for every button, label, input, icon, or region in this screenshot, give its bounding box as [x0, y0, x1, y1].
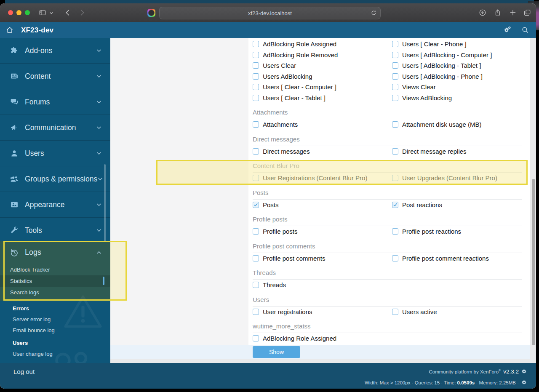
sidebar-toggle-icon[interactable]	[39, 9, 46, 16]
stat-option-user-registrations-content-blur-pro[interactable]: User Registrations (Content Blur Pro)	[253, 174, 392, 181]
sidebar-item-users[interactable]: Users	[0, 141, 110, 166]
minimize-window-button[interactable]	[16, 10, 21, 15]
gear-icon[interactable]	[521, 380, 527, 385]
section-heading: wutime_more_statss	[253, 323, 522, 333]
gear-icon[interactable]	[521, 369, 527, 374]
downloads-icon[interactable]	[479, 9, 486, 16]
sidebar-item-label: Appearance	[25, 200, 96, 209]
settings-gears-icon[interactable]	[504, 26, 511, 34]
checkbox[interactable]	[253, 202, 259, 208]
checkbox[interactable]	[253, 73, 259, 80]
logout-link[interactable]: Log out	[13, 368, 35, 375]
page-scrollbar[interactable]	[532, 179, 535, 345]
stat-option-views-adblocking[interactable]: Views AdBlocking	[392, 94, 522, 101]
stat-option-profile-post-reactions[interactable]: Profile post reactions	[392, 228, 522, 235]
checkbox[interactable]	[253, 228, 259, 235]
stat-option-user-upgrades-content-blur-pro[interactable]: User Upgrades (Content Blur Pro)	[392, 174, 522, 181]
stat-option-direct-messages[interactable]: Direct messages	[253, 148, 392, 155]
checkbox[interactable]	[253, 52, 259, 58]
checkbox[interactable]	[392, 95, 398, 101]
checkbox[interactable]	[253, 309, 259, 315]
sidebar-subitem-adblock-tracker[interactable]: AdBlock Tracker	[0, 264, 110, 275]
checkbox[interactable]	[253, 175, 259, 181]
search-icon[interactable]	[521, 26, 529, 34]
checkbox[interactable]	[392, 62, 398, 69]
stat-option-user-registrations[interactable]: User registrations	[253, 308, 392, 315]
close-window-button[interactable]	[8, 10, 13, 15]
checkbox[interactable]	[392, 255, 398, 261]
stat-option-posts[interactable]: Posts	[253, 201, 392, 208]
stat-option-users-adblocking-computer[interactable]: Users [ AdBlocking - Computer ]	[392, 51, 522, 59]
zoom-window-button[interactable]	[25, 10, 30, 15]
sidebar-link-server-error-log[interactable]: Server error log	[13, 316, 106, 323]
checkbox[interactable]	[253, 255, 259, 261]
stat-option-label: Posts	[263, 201, 279, 208]
stat-option-profile-posts[interactable]: Profile posts	[253, 228, 392, 235]
stat-option-threads[interactable]: Threads	[253, 281, 392, 288]
stat-option-users-adblocking[interactable]: Users AdBlocking	[253, 73, 392, 80]
home-icon[interactable]	[6, 26, 13, 34]
stat-option-label: User Upgrades (Content Blur Pro)	[402, 174, 497, 181]
checkbox[interactable]	[392, 121, 398, 128]
checkbox[interactable]	[253, 95, 259, 101]
checkbox[interactable]	[253, 282, 259, 288]
show-button[interactable]: Show	[253, 346, 300, 358]
stat-option-label: Views AdBlocking	[402, 94, 452, 101]
checkbox[interactable]	[392, 52, 398, 58]
tab-overview-icon[interactable]	[523, 9, 531, 16]
sidebar-section-logs: Logs AdBlock TrackerStatisticsSearch log…	[0, 241, 110, 301]
chevron-down-icon[interactable]	[49, 11, 53, 15]
checkbox[interactable]	[392, 202, 398, 208]
back-icon[interactable]	[64, 9, 72, 16]
stat-option-post-reactions[interactable]: Post reactions	[392, 201, 522, 208]
stat-option-direct-message-replies[interactable]: Direct message replies	[392, 148, 522, 155]
sidebar-subitem-search-logs[interactable]: Search logs	[0, 287, 110, 298]
forward-icon[interactable]	[78, 9, 86, 16]
stat-option-users-clear-tablet[interactable]: Users [ Clear - Tablet ]	[253, 94, 392, 101]
checkbox[interactable]	[253, 335, 259, 341]
sidebar-item-content[interactable]: Content	[0, 64, 110, 89]
checkbox[interactable]	[392, 41, 398, 47]
sidebar-item-groups-permissions[interactable]: Groups & permissions	[0, 166, 110, 192]
share-icon[interactable]	[494, 9, 502, 16]
stat-option-users-clear-phone[interactable]: Users [ Clear - Phone ]	[392, 40, 522, 48]
sidebar-subitem-statistics[interactable]: Statistics	[0, 275, 110, 287]
checkbox[interactable]	[253, 62, 259, 69]
stat-option-adblocking-role-assigned[interactable]: AdBlocking Role Assigned	[253, 335, 392, 342]
sidebar-link-user-change-log[interactable]: User change log	[13, 351, 106, 357]
stat-option-users-active[interactable]: Users active	[392, 308, 522, 315]
stat-option-adblocking-role-assigned[interactable]: AdBlocking Role Assigned	[253, 40, 392, 48]
sidebar-link-email-bounce-log[interactable]: Email bounce log	[13, 327, 106, 334]
checkbox[interactable]	[392, 175, 398, 181]
stat-option-users-adblocking-phone[interactable]: Users [ AdBlocking - Phone ]	[392, 73, 522, 80]
stat-option-views-clear[interactable]: Views Clear	[392, 83, 522, 91]
stat-option-profile-post-comment-reactions[interactable]: Profile post comment reactions	[392, 255, 522, 262]
stat-option-adblocking-role-removed[interactable]: AdBlocking Role Removed	[253, 51, 392, 59]
sidebar-item-logs[interactable]: Logs	[0, 241, 110, 264]
stat-option-users-clear-computer[interactable]: Users [ Clear - Computer ]	[253, 83, 392, 91]
stat-option-profile-post-comments[interactable]: Profile post comments	[253, 255, 392, 262]
sidebar-item-forums[interactable]: Forums	[0, 89, 110, 115]
checkbox[interactable]	[392, 309, 398, 315]
stat-option-users-clear[interactable]: Users Clear	[253, 62, 392, 69]
sidebar-item-communication[interactable]: Communication	[0, 115, 110, 141]
checkbox[interactable]	[253, 148, 259, 155]
extension-icon[interactable]	[147, 9, 155, 17]
stat-option-attachment-disk-usage-mb[interactable]: Attachment disk usage (MB)	[392, 121, 522, 128]
checkbox[interactable]	[392, 228, 398, 235]
admin-site-title[interactable]: XF23-dev	[21, 26, 53, 35]
checkbox[interactable]	[253, 41, 259, 47]
stat-option-users-adblocking-tablet[interactable]: Users [ AdBlocking - Tablet ]	[392, 62, 522, 69]
address-bar[interactable]: xf23-dev.localhost	[159, 7, 381, 19]
new-tab-icon[interactable]	[509, 9, 517, 16]
sidebar-item-add-ons[interactable]: Add-ons	[0, 38, 110, 64]
stat-option-attachments[interactable]: Attachments	[253, 121, 392, 128]
checkbox[interactable]	[253, 84, 259, 90]
checkbox[interactable]	[253, 121, 259, 128]
sidebar-item-tools[interactable]: Tools	[0, 218, 110, 243]
checkbox[interactable]	[392, 148, 398, 155]
sidebar-item-appearance[interactable]: Appearance	[0, 192, 110, 218]
reload-icon[interactable]	[371, 10, 377, 16]
checkbox[interactable]	[392, 84, 398, 90]
checkbox[interactable]	[392, 73, 398, 80]
